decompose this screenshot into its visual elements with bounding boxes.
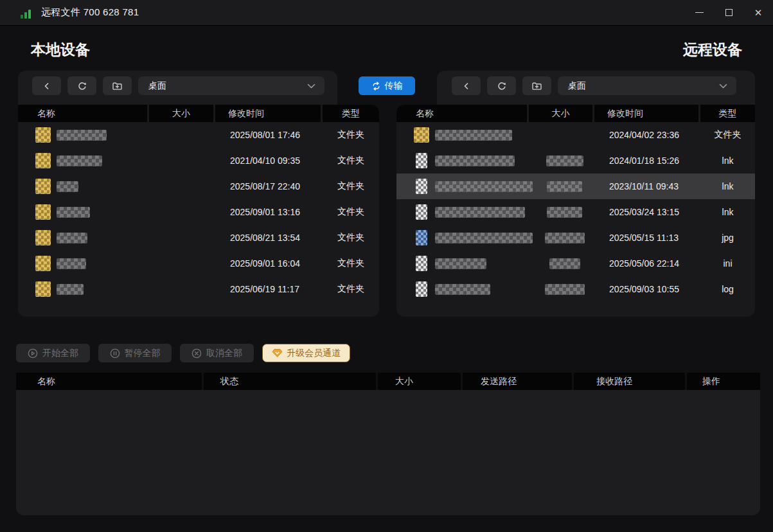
pause-all-button[interactable]: 暂停全部 <box>98 344 172 362</box>
minimize-icon <box>695 12 704 13</box>
file-modified-cell: 2025/09/03 10:55 <box>596 284 700 294</box>
chevron-left-icon <box>461 81 472 91</box>
file-modified-cell: 2024/04/02 23:36 <box>596 130 700 140</box>
chevron-down-icon <box>719 84 727 89</box>
redacted-file-name <box>435 207 525 218</box>
file-row[interactable]: 2025/09/03 10:55 log <box>396 276 755 302</box>
cancel-circle-icon <box>191 348 202 359</box>
queue-table-body <box>16 390 760 515</box>
file-row[interactable]: 2025/06/19 11:17 文件夹 <box>18 276 379 302</box>
file-type-cell: 文件夹 <box>323 181 379 192</box>
file-type-cell: ini <box>700 258 755 269</box>
folder-icon <box>35 153 51 168</box>
file-row[interactable]: 2025/08/21 13:54 文件夹 <box>18 225 379 251</box>
redacted-file-name <box>435 155 515 166</box>
upgrade-membership-button[interactable]: 升级会员通道 <box>262 344 350 362</box>
start-all-label: 开始全部 <box>42 348 78 359</box>
file-row[interactable]: 2025/03/24 13:15 lnk <box>396 199 755 225</box>
file-modified-cell: 2025/05/15 11:13 <box>596 233 700 243</box>
local-path-dropdown[interactable]: 桌面 <box>138 76 324 95</box>
file-modified-cell: 2025/09/01 13:16 <box>217 207 323 217</box>
redacted-file-size <box>546 155 583 166</box>
transfer-button[interactable]: 传输 <box>359 76 415 95</box>
file-size-cell <box>533 155 596 166</box>
file-modified-cell: 2025/06/19 11:17 <box>217 284 323 294</box>
file-name-cell <box>396 281 533 297</box>
redacted-file-name <box>57 155 102 166</box>
file-size-cell <box>533 284 596 295</box>
new-folder-icon <box>531 81 542 91</box>
file-row[interactable]: 2025/05/15 11:13 jpg <box>396 225 755 251</box>
local-table-body: 2025/08/01 17:46 文件夹 2021/04/10 09:35 文件… <box>18 122 379 302</box>
queue-table-header: 名称 状态 大小 发送路径 接收路径 操作 <box>16 373 760 390</box>
file-row[interactable]: 2024/01/18 15:26 lnk <box>396 148 755 173</box>
redacted-file-name <box>435 284 490 295</box>
close-button[interactable]: ✕ <box>743 0 773 26</box>
gem-icon <box>272 348 283 358</box>
folder-icon <box>35 204 51 220</box>
new-folder-icon <box>112 81 123 91</box>
file-type-cell: 文件夹 <box>700 129 755 141</box>
file-row[interactable]: 2025/09/01 16:04 文件夹 <box>18 251 379 276</box>
file-name-cell <box>18 179 153 194</box>
maximize-button[interactable] <box>714 0 743 26</box>
file-row[interactable]: 2025/09/01 13:16 文件夹 <box>18 199 379 225</box>
file-name-cell <box>396 153 533 168</box>
local-file-table: 名称 大小 修改时间 类型 2025/08/01 17:46 文件夹 2021/… <box>18 105 379 317</box>
refresh-icon <box>77 81 87 91</box>
folder-icon <box>35 127 51 143</box>
file-type-cell: log <box>700 284 755 294</box>
window-controls: ✕ <box>684 0 773 26</box>
file-row[interactable]: 2021/04/10 09:35 文件夹 <box>18 148 379 173</box>
local-device-heading: 本地设备 <box>31 40 90 60</box>
redacted-file-name <box>435 181 533 192</box>
redacted-file-name <box>435 233 533 244</box>
file-type-cell: 文件夹 <box>323 129 379 141</box>
local-toolbar: 桌面 <box>18 71 337 105</box>
local-back-button[interactable] <box>32 76 61 95</box>
cancel-all-label: 取消全部 <box>206 348 242 359</box>
file-row[interactable]: 2025/08/17 22:40 文件夹 <box>18 173 379 199</box>
image-file-icon <box>416 230 427 245</box>
remote-path-dropdown[interactable]: 桌面 <box>558 76 736 95</box>
file-row[interactable]: 2025/05/06 22:14 ini <box>396 251 755 276</box>
queue-column-size: 大小 <box>378 373 461 390</box>
file-type-cell: lnk <box>700 155 755 166</box>
queue-column-operation: 操作 <box>687 373 760 390</box>
file-row[interactable]: 2024/04/02 23:36 文件夹 <box>396 122 755 148</box>
file-type-cell: 文件夹 <box>323 155 379 166</box>
redacted-file-size <box>547 207 582 218</box>
signal-bars-icon <box>21 7 33 19</box>
upgrade-membership-label: 升级会员通道 <box>287 348 341 359</box>
start-all-button[interactable]: 开始全部 <box>16 344 90 362</box>
file-type-cell: 文件夹 <box>323 232 379 244</box>
close-icon: ✕ <box>754 8 763 17</box>
column-header-modified: 修改时间 <box>215 105 321 122</box>
remote-file-app-window: 远程文件 700 628 781 ✕ 本地设备 远程设备 桌面 <box>0 0 773 532</box>
file-row[interactable]: 2025/08/01 17:46 文件夹 <box>18 122 379 148</box>
file-type-cell: lnk <box>700 207 755 217</box>
file-name-cell <box>396 204 533 220</box>
remote-new-folder-button[interactable] <box>522 76 551 95</box>
remote-refresh-button[interactable] <box>487 76 516 95</box>
queue-column-receive-path: 接收路径 <box>574 373 685 390</box>
local-new-folder-button[interactable] <box>103 76 132 95</box>
column-header-type: 类型 <box>700 105 755 122</box>
file-modified-cell: 2025/09/01 16:04 <box>217 258 323 269</box>
redacted-file-size <box>547 181 582 192</box>
titlebar: 远程文件 700 628 781 ✕ <box>0 0 773 26</box>
cancel-all-button[interactable]: 取消全部 <box>180 344 254 362</box>
file-row[interactable]: 2023/10/11 09:43 lnk <box>396 173 755 199</box>
local-refresh-button[interactable] <box>67 76 96 95</box>
refresh-icon <box>497 81 507 91</box>
minimize-button[interactable] <box>684 0 714 26</box>
pause-all-label: 暂停全部 <box>125 348 161 359</box>
file-modified-cell: 2025/05/06 22:14 <box>596 258 700 269</box>
column-header-type: 类型 <box>323 105 379 122</box>
file-icon <box>416 153 427 168</box>
remote-back-button[interactable] <box>452 76 481 95</box>
local-path-value: 桌面 <box>148 80 166 92</box>
play-circle-icon <box>28 348 38 359</box>
folder-icon <box>414 127 429 143</box>
remote-toolbar: 桌面 <box>437 71 755 105</box>
